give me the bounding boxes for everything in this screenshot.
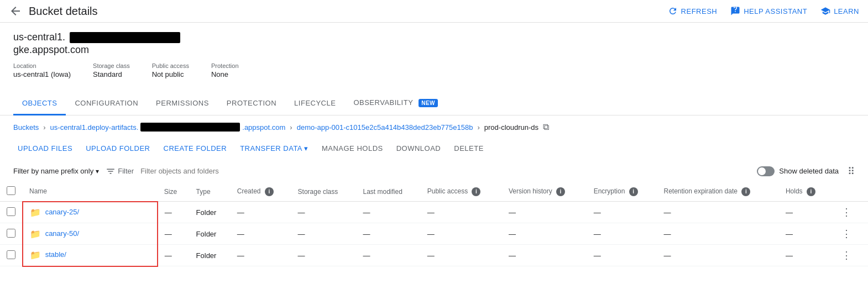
row-last-modified: — bbox=[356, 245, 420, 266]
header-version-history: Version history i bbox=[502, 182, 587, 202]
filter-dropdown[interactable]: Filter by name prefix only ▾ bbox=[13, 165, 99, 177]
meta-public-access-label: Public access bbox=[152, 62, 189, 69]
meta-public-access: Public access Not public bbox=[152, 62, 189, 78]
row-type: Folder bbox=[190, 202, 231, 223]
row-more-cell: ⋮ bbox=[832, 202, 868, 223]
row-name-cell: 📁 canary-50/ bbox=[23, 223, 158, 245]
breadcrumb-bucket-name[interactable]: us-central1.deploy-artifacts..appspot.co… bbox=[50, 123, 286, 132]
filter-label: Filter bbox=[118, 167, 134, 175]
created-info-icon[interactable]: i bbox=[265, 187, 274, 196]
show-deleted-label: Show deleted data bbox=[779, 167, 839, 175]
column-settings-icon[interactable]: ⠿ bbox=[848, 165, 855, 177]
download-button[interactable]: DOWNLOAD bbox=[392, 141, 446, 156]
bucket-name-prefix: us-central1. bbox=[13, 31, 65, 43]
tab-configuration[interactable]: CONFIGURATION bbox=[66, 92, 147, 115]
encryption-info-icon[interactable]: i bbox=[629, 187, 638, 196]
show-deleted-toggle-area: Show deleted data bbox=[757, 166, 839, 176]
row-encryption: — bbox=[587, 202, 657, 223]
meta-location-value: us-central1 (Iowa) bbox=[13, 70, 71, 78]
copy-icon[interactable]: ⧉ bbox=[543, 122, 549, 132]
upload-folder-button[interactable]: UPLOAD FOLDER bbox=[81, 141, 154, 156]
select-all-checkbox[interactable] bbox=[7, 186, 15, 195]
row-more-icon[interactable]: ⋮ bbox=[838, 206, 855, 219]
header-created: Created i bbox=[231, 182, 291, 202]
header-storage-class: Storage class bbox=[291, 182, 357, 202]
folder-icon: 📁 bbox=[30, 229, 41, 239]
filter-input[interactable] bbox=[140, 167, 750, 175]
header-public-access: Public access i bbox=[421, 182, 502, 202]
tab-objects[interactable]: OBJECTS bbox=[13, 92, 66, 115]
breadcrumb-current: prod-cloudrun-ds bbox=[484, 123, 538, 132]
row-version-history: — bbox=[502, 223, 587, 245]
object-name-link[interactable]: canary-50/ bbox=[45, 229, 79, 238]
object-name-link[interactable]: stable/ bbox=[45, 250, 66, 259]
row-more-icon[interactable]: ⋮ bbox=[838, 249, 855, 262]
back-button[interactable] bbox=[9, 4, 22, 18]
header-actions bbox=[832, 182, 868, 202]
header-size: Size bbox=[158, 182, 190, 202]
row-more-icon[interactable]: ⋮ bbox=[838, 227, 855, 240]
version-history-info-icon[interactable]: i bbox=[556, 187, 565, 196]
delete-button[interactable]: DELETE bbox=[449, 141, 488, 156]
holds-info-icon[interactable]: i bbox=[807, 187, 815, 196]
refresh-action[interactable]: REFRESH bbox=[668, 6, 718, 16]
header-retention: Retention expiration date i bbox=[657, 182, 779, 202]
toggle-knob bbox=[758, 167, 766, 175]
meta-storage-class-label: Storage class bbox=[93, 62, 130, 69]
manage-holds-button[interactable]: MANAGE HOLDS bbox=[317, 141, 388, 156]
folder-icon: 📁 bbox=[30, 208, 41, 217]
row-holds: — bbox=[779, 202, 832, 223]
row-checkbox[interactable] bbox=[7, 250, 15, 259]
row-size: — bbox=[158, 223, 190, 245]
learn-action[interactable]: LEARN bbox=[820, 6, 859, 16]
learn-label: LEARN bbox=[834, 7, 859, 15]
page-title: Bucket details bbox=[29, 5, 98, 18]
row-retention: — bbox=[657, 202, 779, 223]
row-version-history: — bbox=[502, 245, 587, 266]
filter-dropdown-label: Filter by name prefix only bbox=[13, 167, 93, 175]
meta-location-label: Location bbox=[13, 62, 71, 69]
row-size: — bbox=[158, 202, 190, 223]
header-last-modified: Last modified bbox=[356, 182, 420, 202]
public-access-info-icon[interactable]: i bbox=[472, 187, 480, 196]
table-body: 📁 canary-25/ — Folder — — — — — — — — ⋮ … bbox=[0, 202, 868, 266]
table-header-row: Name Size Type Created i Storage class L… bbox=[0, 182, 868, 202]
table-container: Name Size Type Created i Storage class L… bbox=[0, 182, 868, 267]
header-left: Bucket details bbox=[9, 4, 98, 18]
row-checkbox[interactable] bbox=[7, 229, 15, 238]
row-public-access: — bbox=[421, 202, 502, 223]
row-last-modified: — bbox=[356, 202, 420, 223]
refresh-label: REFRESH bbox=[681, 7, 718, 15]
row-holds: — bbox=[779, 223, 832, 245]
row-public-access: — bbox=[421, 245, 502, 266]
table-row: 📁 stable/ — Folder — — — — — — — — ⋮ bbox=[0, 245, 868, 266]
table-row: 📁 canary-25/ — Folder — — — — — — — — ⋮ bbox=[0, 202, 868, 223]
create-folder-button[interactable]: CREATE FOLDER bbox=[159, 141, 232, 156]
tab-lifecycle[interactable]: LIFECYCLE bbox=[285, 92, 344, 115]
help-action[interactable]: HELP ASSISTANT bbox=[730, 6, 807, 16]
row-version-history: — bbox=[502, 202, 587, 223]
breadcrumb-demo-app[interactable]: demo-app-001-c1015e2c5a414b438ded23eb775… bbox=[297, 123, 473, 132]
row-retention: — bbox=[657, 223, 779, 245]
filter-row: Filter by name prefix only ▾ Filter Show… bbox=[0, 160, 868, 182]
meta-protection: Protection None bbox=[211, 62, 239, 78]
upload-files-button[interactable]: UPLOAD FILES bbox=[13, 141, 77, 156]
transfer-data-button[interactable]: TRANSFER DATA bbox=[236, 141, 313, 156]
row-storage-class: — bbox=[291, 245, 357, 266]
row-checkbox-cell bbox=[0, 245, 23, 266]
tab-protection[interactable]: PROTECTION bbox=[218, 92, 285, 115]
object-name-link[interactable]: canary-25/ bbox=[45, 208, 79, 216]
breadcrumb: Buckets › us-central1.deploy-artifacts..… bbox=[0, 115, 868, 139]
row-checkbox[interactable] bbox=[7, 207, 15, 216]
retention-info-icon[interactable]: i bbox=[741, 187, 750, 196]
tabs-bar: OBJECTS CONFIGURATION PERMISSIONS PROTEC… bbox=[0, 92, 868, 115]
top-header: Bucket details REFRESH HELP ASSISTANT LE… bbox=[0, 0, 868, 23]
show-deleted-toggle[interactable] bbox=[757, 166, 775, 176]
row-created: — bbox=[231, 202, 291, 223]
tab-permissions[interactable]: PERMISSIONS bbox=[147, 92, 218, 115]
tab-observability[interactable]: OBSERVABILITY NEW bbox=[344, 92, 447, 115]
row-type: Folder bbox=[190, 245, 231, 266]
filter-icon-area[interactable]: Filter bbox=[106, 166, 134, 176]
filter-right: Show deleted data ⠿ bbox=[757, 165, 855, 177]
breadcrumb-buckets[interactable]: Buckets bbox=[13, 123, 39, 132]
